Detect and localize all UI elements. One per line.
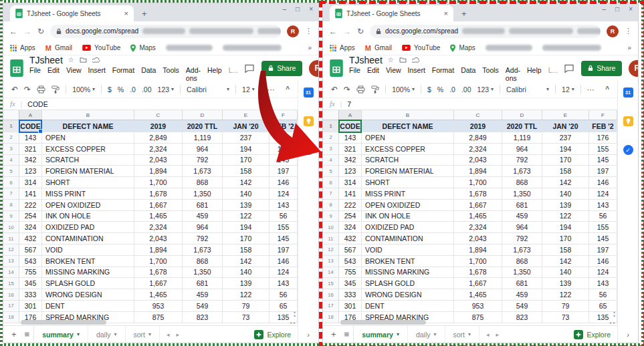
- data-cell[interactable]: 122: [223, 289, 270, 301]
- data-cell[interactable]: OPEN OXIDIZED: [42, 200, 134, 211]
- data-cell[interactable]: 140: [223, 188, 270, 200]
- data-cell[interactable]: 1,700: [454, 177, 502, 188]
- data-cell[interactable]: 237: [542, 132, 589, 144]
- data-cell[interactable]: 1,673: [502, 166, 542, 177]
- data-cell[interactable]: MISSING MARKING: [362, 267, 454, 279]
- horizontal-scroll-arrows[interactable]: ◂▸: [609, 320, 615, 325]
- data-cell[interactable]: 321: [339, 144, 362, 155]
- data-cell[interactable]: 139: [223, 278, 270, 289]
- data-cell[interactable]: 155: [589, 222, 617, 233]
- row-number[interactable]: 10: [323, 222, 339, 233]
- data-cell[interactable]: 1,678: [454, 267, 502, 279]
- data-cell[interactable]: 1,673: [183, 244, 223, 256]
- next-sheets-icon[interactable]: ▸: [177, 331, 180, 338]
- header-cell[interactable]: FEB '2: [589, 120, 617, 132]
- data-cell[interactable]: BROKEN TENT: [362, 256, 454, 267]
- data-cell[interactable]: 1,700: [134, 177, 183, 188]
- row-number[interactable]: 6: [3, 177, 19, 188]
- menu-item-add-ons[interactable]: Add-ons: [186, 66, 201, 82]
- prev-sheets-icon[interactable]: ◂: [486, 331, 490, 338]
- bookmark-item[interactable]: Maps: [450, 44, 475, 52]
- data-cell[interactable]: 1,350: [502, 267, 542, 279]
- url-input[interactable]: docs.google.com/spread ☆: [370, 25, 601, 38]
- row-number[interactable]: 2: [3, 132, 19, 144]
- data-cell[interactable]: 792: [183, 155, 223, 166]
- comment-icon[interactable]: [564, 64, 574, 73]
- data-cell[interactable]: 146: [589, 256, 617, 267]
- data-cell[interactable]: 142: [223, 177, 270, 188]
- data-cell[interactable]: 2,043: [134, 155, 183, 166]
- row-number[interactable]: 17: [3, 301, 19, 312]
- data-cell[interactable]: WRONG DESIGN: [362, 289, 454, 301]
- data-cell[interactable]: 1,667: [454, 200, 502, 211]
- data-cell[interactable]: 953: [134, 301, 183, 312]
- add-sheet-button[interactable]: +: [11, 329, 17, 339]
- vertical-scroll-arrows[interactable]: ▴▾: [294, 310, 296, 318]
- number-format-select[interactable]: 123▾: [158, 85, 175, 94]
- menu-item-insert[interactable]: Insert: [88, 66, 106, 82]
- header-cell[interactable]: DEFECT NAME: [42, 120, 134, 132]
- paint-format-icon[interactable]: [51, 85, 60, 94]
- forward-icon[interactable]: →: [23, 27, 31, 36]
- data-cell[interactable]: 1,700: [134, 256, 183, 267]
- data-cell[interactable]: 197: [270, 166, 298, 177]
- data-cell[interactable]: 1,119: [502, 132, 542, 144]
- data-cell[interactable]: 142: [223, 256, 270, 267]
- data-cell[interactable]: 333: [19, 289, 42, 301]
- data-cell[interactable]: 1,700: [454, 256, 502, 267]
- chevron-down-icon[interactable]: ▾: [434, 331, 437, 337]
- row-number[interactable]: 5: [323, 166, 339, 177]
- data-cell[interactable]: 1,678: [454, 188, 502, 200]
- column-header-D[interactable]: D: [183, 110, 223, 120]
- data-cell[interactable]: 197: [270, 244, 298, 256]
- format-percent-button[interactable]: %: [437, 85, 443, 94]
- data-cell[interactable]: 237: [223, 132, 270, 144]
- data-cell[interactable]: 140: [542, 267, 589, 279]
- star-doc-icon[interactable]: ☆: [388, 56, 394, 63]
- data-cell[interactable]: 122: [542, 289, 589, 301]
- data-cell[interactable]: 140: [223, 267, 270, 279]
- row-number[interactable]: 8: [323, 200, 339, 211]
- menu-item-edit[interactable]: Edit: [367, 66, 379, 82]
- account-avatar[interactable]: R: [629, 60, 639, 77]
- bookmark-item[interactable]: YouTube: [82, 44, 120, 51]
- menu-item-format[interactable]: Format: [112, 66, 134, 82]
- data-cell[interactable]: 459: [502, 289, 542, 301]
- data-cell[interactable]: 681: [183, 200, 223, 211]
- chevron-down-icon[interactable]: ▾: [77, 331, 80, 337]
- data-cell[interactable]: 141: [339, 188, 362, 200]
- data-cell[interactable]: 194: [542, 144, 589, 155]
- data-cell[interactable]: 1,894: [134, 166, 183, 177]
- data-cell[interactable]: 1,667: [454, 278, 502, 289]
- data-cell[interactable]: OPEN: [362, 132, 454, 144]
- chrome-menu-icon[interactable]: ⋮: [625, 27, 632, 35]
- data-cell[interactable]: VOID: [42, 244, 134, 256]
- data-cell[interactable]: 139: [542, 200, 589, 211]
- account-avatar[interactable]: R: [309, 60, 319, 77]
- column-header-F[interactable]: F: [270, 110, 298, 120]
- data-cell[interactable]: 964: [502, 144, 542, 155]
- bookmark-item[interactable]: Apps: [330, 44, 355, 51]
- print-icon[interactable]: [37, 85, 45, 94]
- bookmark-item[interactable]: Maps: [130, 44, 155, 52]
- menu-item-file[interactable]: File: [29, 66, 41, 82]
- font-size-select[interactable]: 12▾: [562, 85, 574, 94]
- window-close-button[interactable]: ×: [629, 5, 633, 13]
- paint-format-icon[interactable]: [371, 85, 379, 94]
- data-cell[interactable]: 543: [339, 256, 362, 267]
- all-sheets-menu-icon[interactable]: ≡: [344, 329, 350, 339]
- data-cell[interactable]: 321: [19, 144, 42, 155]
- cloud-status-icon[interactable]: [412, 57, 420, 63]
- data-cell[interactable]: 158: [542, 166, 589, 177]
- sheet-tab-sort[interactable]: sort▾: [445, 326, 480, 343]
- data-cell[interactable]: SPLASH GOLD: [362, 278, 454, 289]
- row-number[interactable]: 7: [323, 188, 339, 200]
- decrease-decimal-button[interactable]: .0: [130, 85, 136, 94]
- row-number[interactable]: 9: [3, 211, 19, 222]
- data-cell[interactable]: 254: [339, 211, 362, 222]
- add-sheet-button[interactable]: +: [331, 329, 336, 339]
- data-cell[interactable]: 170: [223, 233, 270, 244]
- data-cell[interactable]: 868: [183, 177, 223, 188]
- decrease-decimal-button[interactable]: .0: [449, 85, 455, 94]
- horizontal-scroll-thumb[interactable]: [21, 320, 106, 325]
